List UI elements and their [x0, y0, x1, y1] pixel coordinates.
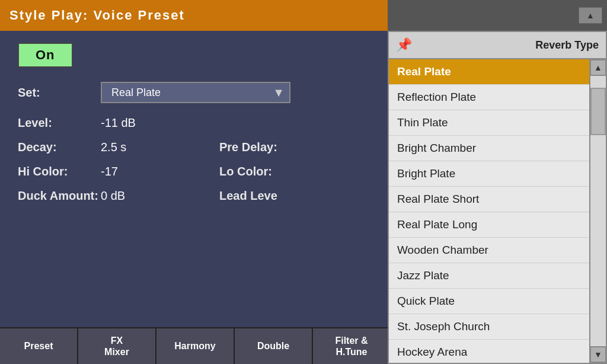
reverb-top-area: ▲ — [388, 0, 607, 31]
reverb-panel: 📌 Reverb Type Real PlateReflection Plate… — [388, 31, 607, 364]
level-value: -11 dB — [101, 116, 136, 130]
hicolor-locolor-row: Hi Color: -17 Lo Color: — [18, 165, 373, 178]
reverb-item-8[interactable]: Jazz Plate — [389, 263, 589, 289]
duck-col: Duck Amount: 0 dB — [18, 189, 219, 203]
tab-preset[interactable]: Preset — [0, 328, 78, 364]
page-title: Style Play: Voice Preset — [9, 8, 185, 23]
decay-predelay-row: Decay: 2.5 s Pre Delay: — [18, 141, 373, 154]
duck-value: 0 dB — [101, 189, 125, 203]
reverb-top-arrow-button[interactable]: ▲ — [579, 7, 602, 24]
scroll-down-button[interactable]: ▼ — [590, 346, 606, 363]
reverb-item-6[interactable]: Real Plate Long — [389, 212, 589, 238]
on-button[interactable]: On — [18, 43, 73, 68]
level-row: Level: -11 dB — [18, 116, 373, 130]
reverb-scrollbar: ▲ ▼ — [589, 59, 606, 363]
reverb-item-2[interactable]: Thin Plate — [389, 110, 589, 136]
hicolor-label: Hi Color: — [18, 165, 101, 178]
locolor-label: Lo Color: — [219, 165, 302, 178]
duck-label: Duck Amount: — [18, 189, 101, 203]
level-label: Level: — [18, 116, 101, 130]
lead-label: Lead Leve — [219, 189, 302, 203]
reverb-item-0[interactable]: Real Plate — [389, 59, 589, 85]
reverb-item-9[interactable]: Quick Plate — [389, 289, 589, 314]
tab-double[interactable]: Double — [235, 328, 313, 364]
reverb-item-10[interactable]: St. Joseph Church — [389, 314, 589, 340]
set-dropdown-wrapper: Real Plate Reflection Plate Thin Plate B… — [101, 82, 290, 103]
pin-icon: 📌 — [396, 37, 412, 53]
lead-col: Lead Leve — [219, 189, 302, 203]
main-content: On Set: Real Plate Reflection Plate Thin… — [0, 31, 391, 333]
reverb-item-7[interactable]: Wooden Chamber — [389, 238, 589, 263]
hicolor-col: Hi Color: -17 — [18, 165, 219, 178]
reverb-list-wrapper: Real PlateReflection PlateThin PlateBrig… — [389, 59, 606, 363]
duck-lead-row: Duck Amount: 0 dB Lead Leve — [18, 189, 373, 203]
set-dropdown[interactable]: Real Plate Reflection Plate Thin Plate B… — [101, 82, 290, 103]
scroll-thumb[interactable] — [590, 88, 606, 135]
decay-col: Decay: 2.5 s — [18, 141, 219, 154]
locolor-col: Lo Color: — [219, 165, 302, 178]
reverb-item-11[interactable]: Hockey Arena — [389, 340, 589, 363]
reverb-header: 📌 Reverb Type — [389, 32, 606, 59]
reverb-item-4[interactable]: Bright Plate — [389, 161, 589, 187]
decay-label: Decay: — [18, 141, 101, 154]
set-label: Set: — [18, 86, 101, 100]
bottom-nav: Preset FXMixer Harmony Double Filter &H.… — [0, 327, 391, 364]
scroll-up-button[interactable]: ▲ — [590, 59, 606, 76]
scroll-track — [590, 76, 606, 346]
reverb-item-5[interactable]: Real Plate Short — [389, 187, 589, 212]
hicolor-value: -17 — [101, 165, 118, 178]
predelay-col: Pre Delay: — [219, 141, 302, 154]
reverb-list: Real PlateReflection PlateThin PlateBrig… — [389, 59, 589, 363]
tab-filter-htune[interactable]: Filter &H.Tune — [313, 328, 391, 364]
reverb-item-3[interactable]: Bright Chamber — [389, 136, 589, 161]
set-row: Set: Real Plate Reflection Plate Thin Pl… — [18, 82, 373, 103]
predelay-label: Pre Delay: — [219, 141, 302, 154]
tab-harmony[interactable]: Harmony — [156, 328, 235, 364]
reverb-item-1[interactable]: Reflection Plate — [389, 85, 589, 110]
reverb-title: Reverb Type — [535, 39, 599, 52]
decay-value: 2.5 s — [101, 141, 126, 154]
tab-fx-mixer[interactable]: FXMixer — [78, 328, 156, 364]
